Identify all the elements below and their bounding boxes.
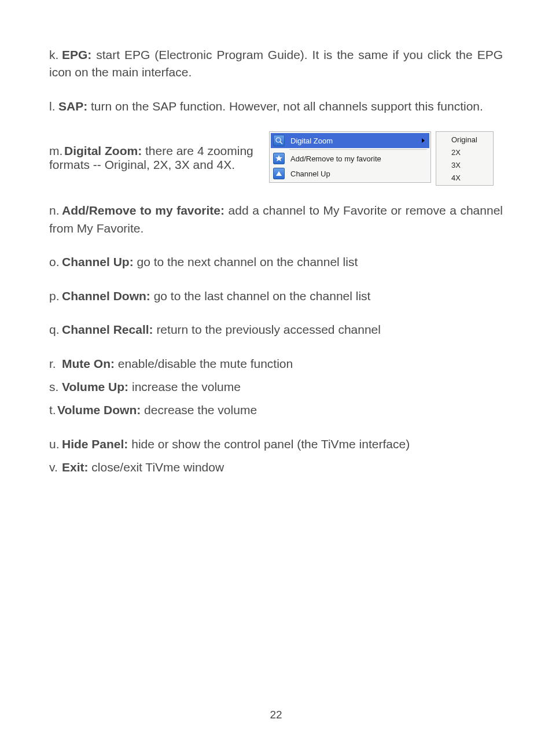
item-m-title: Digital Zoom:: [64, 144, 142, 157]
item-r-title: Mute On:: [62, 357, 115, 370]
item-u-text: hide or show the control panel (the TiVm…: [128, 437, 410, 451]
menu-item-add-remove-favorite[interactable]: Add/Remove to my favorite: [271, 151, 429, 166]
submenu-item-original[interactable]: Original: [437, 133, 492, 146]
menu-separator: [289, 149, 427, 150]
item-r: r.Mute On: enable/disable the mute funct…: [49, 355, 503, 373]
item-t-title: Volume Down:: [57, 403, 141, 416]
item-m: m.Digital Zoom: there are 4 zooming form…: [49, 131, 269, 172]
item-v: v.Exit: close/exit TiVme window: [49, 459, 503, 476]
item-s-text: increase the volume: [128, 380, 241, 393]
item-t: t.Volume Down: decrease the volume: [49, 401, 503, 419]
item-m-row: m.Digital Zoom: there are 4 zooming form…: [49, 131, 503, 186]
up-arrow-icon: [273, 168, 285, 179]
item-v-title: Exit:: [62, 460, 89, 474]
item-r-text: enable/disable the mute function: [115, 357, 293, 370]
item-s-label: s.: [49, 378, 62, 396]
menu-figure: Digital Zoom Add/Remove to my favorite C…: [269, 131, 503, 186]
item-s: s.Volume Up: increase the volume: [49, 378, 503, 396]
item-p: p.Channel Down: go to the last channel o…: [49, 287, 503, 305]
item-q-title: Channel Recall:: [62, 323, 153, 336]
item-n-label: n.: [49, 202, 62, 219]
zoom-icon: [273, 135, 285, 146]
zoom-submenu: Original 2X 3X 4X: [436, 131, 494, 186]
submenu-item-4x[interactable]: 4X: [437, 171, 492, 184]
item-m-label: m.: [49, 144, 64, 158]
submenu-item-label: Original: [451, 135, 477, 144]
item-l-title: SAP:: [58, 99, 87, 113]
submenu-item-2x[interactable]: 2X: [437, 146, 492, 158]
item-o: o.Channel Up: go to the next channel on …: [49, 253, 503, 271]
item-u: u.Hide Panel: hide or show the control p…: [49, 436, 503, 453]
menu-item-channel-up[interactable]: Channel Up: [271, 166, 429, 181]
item-l: l.SAP: turn on the SAP function. However…: [49, 98, 503, 115]
item-t-text: decrease the volume: [141, 403, 257, 416]
item-v-text: close/exit TiVme window: [89, 460, 225, 474]
item-k: k.EPG: start EPG (Electronic Program Gui…: [49, 46, 503, 82]
submenu-item-label: 4X: [451, 174, 461, 182]
svg-point-0: [276, 138, 281, 142]
submenu-item-3x[interactable]: 3X: [437, 158, 492, 171]
item-q: q.Channel Recall: return to the previous…: [49, 321, 503, 338]
item-s-title: Volume Up:: [62, 380, 128, 393]
item-t-label: t.: [49, 401, 57, 419]
svg-line-1: [280, 142, 282, 144]
item-q-text: return to the previously accessed channe…: [153, 323, 381, 336]
svg-marker-2: [275, 155, 282, 161]
item-u-title: Hide Panel:: [62, 437, 128, 451]
item-p-label: p.: [49, 287, 62, 305]
menu-item-label: Channel Up: [287, 169, 429, 178]
item-o-label: o.: [49, 253, 62, 271]
menu-item-digital-zoom[interactable]: Digital Zoom: [271, 133, 429, 148]
item-k-label: k.: [49, 46, 62, 64]
submenu-item-label: 3X: [451, 161, 461, 169]
item-r-label: r.: [49, 355, 62, 373]
item-q-label: q.: [49, 321, 62, 338]
item-u-label: u.: [49, 436, 62, 453]
page-number: 22: [0, 709, 552, 721]
submenu-arrow-icon: [422, 138, 425, 143]
menu-item-label: Add/Remove to my favorite: [287, 154, 429, 163]
item-n: n.Add/Remove to my favorite: add a chann…: [49, 202, 503, 237]
item-v-label: v.: [49, 459, 62, 476]
star-icon: [273, 153, 285, 164]
item-k-title: EPG:: [62, 48, 91, 61]
item-n-title: Add/Remove to my favorite:: [62, 204, 225, 217]
svg-marker-3: [276, 171, 282, 176]
item-o-text: go to the next channel on the channel li…: [134, 255, 358, 268]
menu-item-label: Digital Zoom: [287, 137, 422, 145]
item-p-text: go to the last channel on the channel li…: [150, 289, 371, 303]
item-l-text: turn on the SAP function. However, not a…: [87, 99, 483, 113]
item-p-title: Channel Down:: [62, 289, 150, 303]
item-o-title: Channel Up:: [62, 255, 134, 268]
submenu-item-label: 2X: [451, 148, 461, 157]
context-menu: Digital Zoom Add/Remove to my favorite C…: [269, 131, 431, 183]
item-l-label: l.: [49, 98, 58, 115]
item-k-text: start EPG (Electronic Program Guide). It…: [49, 48, 503, 79]
